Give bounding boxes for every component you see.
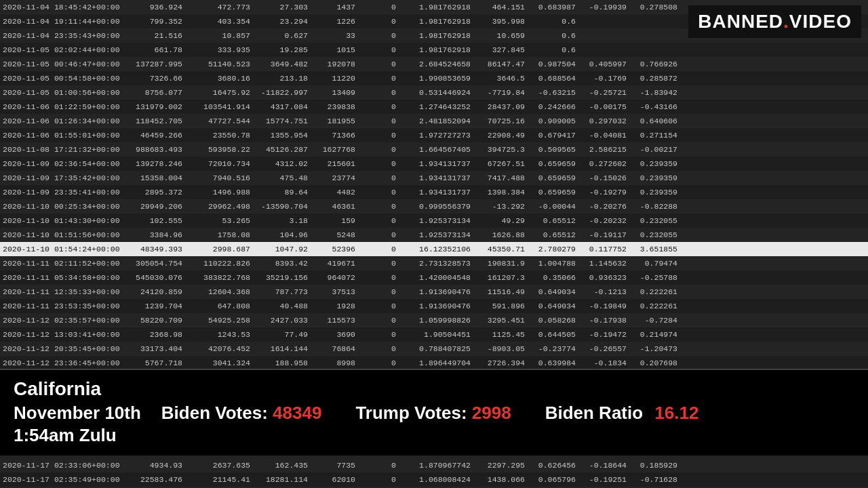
table-row: 2020-11-10 01:54:24+00:0048349.3932998.6… — [0, 242, 868, 256]
table-cell: 45126.287 — [257, 145, 315, 154]
table-cell: 40.488 — [257, 302, 315, 310]
table-cell: 3.651855 — [633, 245, 684, 253]
table-cell: 29949.206 — [121, 202, 189, 211]
table-cell: 0 — [362, 202, 403, 211]
table-cell: 305054.754 — [121, 259, 189, 268]
table-cell: 0 — [362, 117, 403, 125]
table-cell: 0.531446924 — [403, 88, 477, 97]
table-cell: 139278.246 — [121, 159, 189, 168]
table-cell: 21.516 — [121, 31, 189, 40]
table-cell: 1.981762918 — [403, 17, 477, 26]
table-cell: 0.35066 — [532, 273, 583, 282]
table-cell: 0.6 — [532, 31, 583, 40]
table-cell: 0.644505 — [532, 330, 583, 339]
table-cell: 0.688564 — [532, 74, 583, 83]
table-cell: 54925.258 — [189, 316, 257, 325]
table-cell: 787.773 — [257, 287, 315, 296]
table-cell: 403.354 — [189, 17, 257, 26]
table-cell: 1.981762918 — [403, 3, 477, 12]
table-cell: 0.185929 — [633, 461, 684, 470]
table-cell: -0.19849 — [583, 302, 633, 310]
table-cell: 2020-11-10 01:51:56+00:00 — [3, 230, 121, 239]
table-cell: 2020-11-04 19:11:44+00:00 — [3, 17, 121, 26]
table-row: 2020-11-06 01:55:01+00:0046459.26623550.… — [0, 128, 868, 142]
table-cell: 2726.394 — [477, 359, 532, 367]
table-cell: 2020-11-12 13:03:41+00:00 — [3, 330, 121, 339]
table-cell: 15358.004 — [121, 174, 189, 182]
table-cell: 4317.084 — [257, 102, 315, 111]
table-cell: 0 — [362, 302, 403, 310]
table-cell: 4482 — [315, 188, 362, 197]
table-cell: 0.232055 — [633, 216, 684, 225]
table-cell: -0.7284 — [633, 316, 684, 325]
table-cell: 2020-11-10 00:25:34+00:00 — [3, 202, 121, 211]
table-row: 2020-11-10 00:25:34+00:0029949.20629962.… — [0, 199, 868, 214]
table-cell: 0.627 — [257, 31, 315, 40]
table-cell: 0 — [362, 216, 403, 225]
table-cell: 0 — [362, 287, 403, 296]
table-cell: -0.00217 — [633, 145, 684, 154]
table-cell: 35219.156 — [257, 273, 315, 282]
table-cell: 0 — [362, 31, 403, 40]
table-cell: 1.925373134 — [403, 230, 477, 239]
table-cell: 0.788407825 — [403, 344, 477, 353]
table-cell: 5767.718 — [121, 359, 189, 367]
table-cell: 2020-11-12 23:36:45+00:00 — [3, 359, 121, 367]
table-cell: -0.25788 — [633, 273, 684, 282]
table-cell: 2998.687 — [189, 245, 257, 253]
table-row: 2020-11-12 20:35:45+00:0033173.40442076.… — [0, 342, 868, 356]
table-cell: -13590.704 — [257, 202, 315, 211]
table-cell: 23774 — [315, 174, 362, 182]
table-cell: 475.48 — [257, 174, 315, 182]
table-cell: 2020-11-04 23:35:43+00:00 — [3, 31, 121, 40]
table-cell: 0 — [362, 88, 403, 97]
table-cell: 0.936323 — [583, 273, 633, 282]
table-cell: 47727.544 — [189, 117, 257, 125]
table-cell: 0.79474 — [633, 259, 684, 268]
table-cell: 23.294 — [257, 17, 315, 26]
table-cell: 27.303 — [257, 3, 315, 12]
table-row: 2020-11-17 02:33:06+00:004934.932637.635… — [0, 458, 868, 472]
table-cell: -1.20473 — [633, 344, 684, 353]
table-cell: 1.925373134 — [403, 216, 477, 225]
table-cell: 0.285872 — [633, 74, 684, 83]
table-cell: 0.639984 — [532, 359, 583, 367]
table-cell: 5248 — [315, 230, 362, 239]
table-cell: 0 — [362, 344, 403, 353]
table-cell: 77.49 — [257, 330, 315, 339]
table-row: 2020-11-11 12:35:33+00:0024120.85912604.… — [0, 285, 868, 299]
table-cell: 1.972727273 — [403, 131, 477, 140]
table-cell: 1.981762918 — [403, 45, 477, 54]
table-cell: 1.420004548 — [403, 273, 477, 282]
table-cell: -0.1769 — [583, 74, 633, 83]
table-cell: 0.65512 — [532, 230, 583, 239]
table-cell: 0.117752 — [583, 245, 633, 253]
table-cell: 0.6 — [532, 45, 583, 54]
table-row: 2020-11-05 02:02:44+00:00661.78333.93519… — [0, 43, 868, 57]
table-cell: 2020-11-05 00:46:47+00:00 — [3, 60, 121, 68]
table-cell: 2.731328573 — [403, 259, 477, 268]
table-cell: 0 — [362, 3, 403, 12]
table-cell: 161207.3 — [477, 273, 532, 282]
table-cell: 2020-11-10 01:43:30+00:00 — [3, 216, 121, 225]
table-cell: -8903.05 — [477, 344, 532, 353]
table-cell: 0 — [362, 273, 403, 282]
table-row: 2020-11-10 01:51:56+00:003384.961758.081… — [0, 228, 868, 242]
table-cell: -1.83942 — [633, 88, 684, 97]
table-cell: 0 — [362, 359, 403, 367]
table-cell: 104.96 — [257, 230, 315, 239]
table-cell: 2020-11-05 01:00:56+00:00 — [3, 88, 121, 97]
table-cell: 48349.393 — [121, 245, 189, 253]
table-row: 2020-11-12 23:36:45+00:005767.7183041.32… — [0, 356, 868, 370]
banner-time: 1:54am Zulu — [14, 425, 854, 446]
table-cell: 0 — [362, 230, 403, 239]
table-cell: 0 — [362, 259, 403, 268]
table-cell: 159 — [315, 216, 362, 225]
table-row: 2020-11-17 02:35:49+00:0022583.47621145.… — [0, 472, 868, 487]
table-cell: 72010.734 — [189, 159, 257, 168]
table-cell: 86147.47 — [477, 60, 532, 68]
table-cell: 394725.3 — [477, 145, 532, 154]
table-cell: 1.068008424 — [403, 475, 477, 484]
table-cell: 1614.144 — [257, 344, 315, 353]
table-cell: 1437 — [315, 3, 362, 12]
